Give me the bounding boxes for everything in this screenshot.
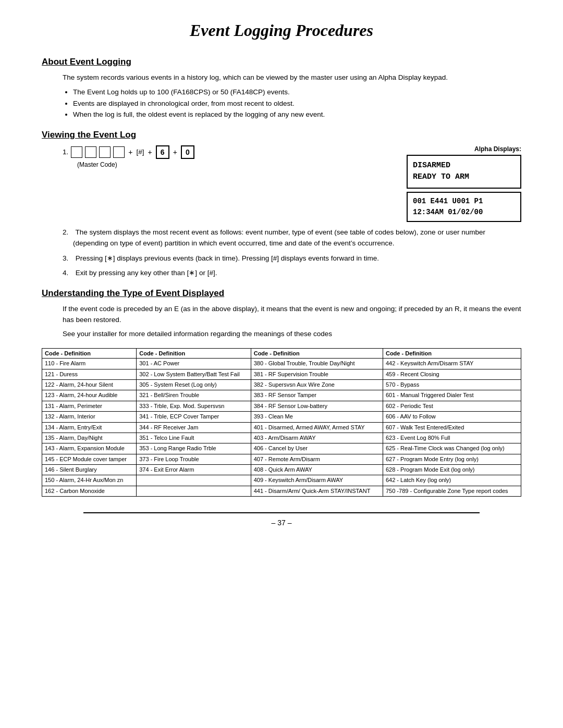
table-cell-7-2: 403 - Arm/Disarm AWAY [251, 433, 383, 443]
table-cell-9-3: 627 - Program Mode Entry (log only) [383, 454, 521, 464]
table-cell-3-2: 383 - RF Sensor Tamper [251, 390, 383, 401]
table-cell-8-3: 625 - Real-Time Clock was Changed (log o… [383, 443, 521, 454]
code-box-1 [71, 146, 82, 158]
code-box-4 [113, 146, 125, 158]
table-cell-2-2: 382 - Supersvsn Aux Wire Zone [251, 379, 383, 390]
table-row: 123 - Alarm, 24-hour Audible321 - Bell/S… [42, 390, 521, 401]
hash-key: [#] [136, 148, 144, 156]
master-code-label: (Master Code) [77, 161, 396, 168]
display2-line1: 001 E441 U001 P1 [413, 196, 515, 207]
table-cell-5-0: 132 - Alarm, Interior [42, 412, 137, 422]
table-row: 122 - Alarm, 24-hour Silent305 - System … [42, 379, 521, 390]
table-cell-5-3: 606 - AAV to Follow [383, 412, 521, 422]
table-cell-0-3: 442 - Keyswitch Arm/Disarm STAY [383, 359, 521, 369]
about-intro: The system records various events in a h… [63, 72, 521, 83]
table-cell-10-3: 628 - Program Mode Exit (log only) [383, 465, 521, 475]
display1-line1: DISARMED [413, 160, 515, 172]
page-container: Event Logging Procedures About Event Log… [0, 0, 563, 728]
table-row: 131 - Alarm, Perimeter333 - Trble, Exp. … [42, 401, 521, 411]
about-bullets: The Event Log holds up to 100 (FA168CPS)… [73, 87, 521, 120]
understanding-heading: Understanding the Type of Event Displaye… [42, 288, 521, 299]
col-header-2: Code - Definition [137, 349, 251, 359]
step1-number: 1. [63, 148, 68, 156]
step1-keypad-row: 1. + [#] + 6 + 0 [63, 145, 396, 159]
step4-text: 4. Exit by pressing any key other than [… [63, 268, 521, 279]
table-cell-1-1: 302 - Low System Battery/Batt Test Fail [137, 369, 251, 379]
code-box-3 [99, 146, 111, 158]
table-cell-1-0: 121 - Duress [42, 369, 137, 379]
table-row: 143 - Alarm, Expansion Module353 - Long … [42, 443, 521, 454]
display-box-1: DISARMED READY TO ARM [407, 155, 521, 189]
table-cell-1-3: 459 - Recent Closing [383, 369, 521, 379]
table-cell-2-1: 305 - System Reset (Log only) [137, 379, 251, 390]
bullet-3: When the log is full, the oldest event i… [73, 109, 521, 120]
table-cell-10-0: 146 - Silent Burglary [42, 465, 137, 475]
table-cell-3-3: 601 - Manual Triggered Dialer Test [383, 390, 521, 401]
table-cell-2-0: 122 - Alarm, 24-hour Silent [42, 379, 137, 390]
table-row: 145 - ECP Module cover tamper373 - Fire … [42, 454, 521, 464]
understanding-para2: See your installer for more detailed inf… [63, 329, 521, 340]
table-cell-6-0: 134 - Alarm, Entry/Exit [42, 422, 137, 433]
table-cell-12-2: 441 - Disarm/Arm/ Quick-Arm STAY/INSTANT [251, 486, 383, 496]
table-cell-12-1 [137, 486, 251, 496]
table-row: 162 - Carbon Monoxide441 - Disarm/Arm/ Q… [42, 486, 521, 496]
display1-line2: READY TO ARM [413, 171, 515, 183]
step1-left: 1. + [#] + 6 + 0 (Master Code) [63, 145, 396, 168]
table-cell-10-1: 374 - Exit Error Alarm [137, 465, 251, 475]
table-cell-4-1: 333 - Trble, Exp. Mod. Supersvsn [137, 401, 251, 411]
display-box-2: 001 E441 U001 P1 12:34AM 01/02/00 [407, 192, 521, 222]
table-cell-11-2: 409 - Keyswitch Arm/Disarm AWAY [251, 475, 383, 486]
table-cell-9-2: 407 - Remote Arm/Disarm [251, 454, 383, 464]
step1-layout: 1. + [#] + 6 + 0 (Master Code) Alpha Dis… [63, 145, 521, 222]
code-table-container: Code - Definition Code - Definition Code… [42, 348, 521, 497]
table-cell-4-2: 384 - RF Sensor Low-battery [251, 401, 383, 411]
alpha-displays-label: Alpha Displays: [407, 145, 521, 153]
table-cell-10-2: 408 - Quick Arm AWAY [251, 465, 383, 475]
footer-rule [83, 512, 480, 513]
table-row: 110 - Fire Alarm301 - AC Power380 - Glob… [42, 359, 521, 369]
table-cell-2-3: 570 - Bypass [383, 379, 521, 390]
table-row: 134 - Alarm, Entry/Exit344 - RF Receiver… [42, 422, 521, 433]
understanding-para1: If the event code is preceded by an E (a… [63, 304, 521, 326]
table-cell-7-1: 351 - Telco Line Fault [137, 433, 251, 443]
table-cell-6-3: 607 - Walk Test Entered/Exited [383, 422, 521, 433]
about-section: About Event Logging The system records v… [42, 57, 521, 120]
table-cell-8-2: 406 - Cancel by User [251, 443, 383, 454]
table-cell-6-1: 344 - RF Receiver Jam [137, 422, 251, 433]
plus-2: + [148, 148, 152, 156]
table-cell-8-1: 353 - Long Range Radio Trble [137, 443, 251, 454]
page-number: – 37 – [42, 519, 521, 527]
table-cell-12-0: 162 - Carbon Monoxide [42, 486, 137, 496]
key-0: 0 [181, 145, 194, 159]
bullet-1: The Event Log holds up to 100 (FA168CPS)… [73, 87, 521, 98]
table-cell-1-2: 381 - RF Supervision Trouble [251, 369, 383, 379]
col-header-3: Code - Definition [251, 349, 383, 359]
table-cell-0-1: 301 - AC Power [137, 359, 251, 369]
table-cell-12-3: 750 -789 - Configurable Zone Type report… [383, 486, 521, 496]
step3-text: 3. Pressing [∗] displays previous events… [63, 253, 521, 264]
col-header-1: Code - Definition [42, 349, 137, 359]
table-row: 132 - Alarm, Interior341 - Trble, ECP Co… [42, 412, 521, 422]
table-cell-4-0: 131 - Alarm, Perimeter [42, 401, 137, 411]
steps-container: 2. The system displays the most recent e… [63, 227, 521, 279]
table-cell-9-0: 145 - ECP Module cover tamper [42, 454, 137, 464]
key-6: 6 [156, 145, 169, 159]
plus-3: + [173, 148, 177, 156]
table-cell-5-1: 341 - Trble, ECP Cover Tamper [137, 412, 251, 422]
table-cell-8-0: 143 - Alarm, Expansion Module [42, 443, 137, 454]
table-cell-11-0: 150 - Alarm, 24-Hr Aux/Mon zn [42, 475, 137, 486]
page-title: Event Logging Procedures [42, 21, 521, 42]
step1-right: Alpha Displays: DISARMED READY TO ARM 00… [407, 145, 521, 222]
table-cell-4-3: 602 - Periodic Test [383, 401, 521, 411]
table-row: 121 - Duress302 - Low System Battery/Bat… [42, 369, 521, 379]
about-heading: About Event Logging [42, 57, 521, 67]
table-cell-6-2: 401 - Disarmed, Armed AWAY, Armed STAY [251, 422, 383, 433]
table-cell-0-2: 380 - Global Trouble, Trouble Day/Night [251, 359, 383, 369]
understanding-section: Understanding the Type of Event Displaye… [42, 288, 521, 497]
viewing-section: Viewing the Event Log 1. + [#] + 6 + 0 [42, 130, 521, 279]
table-cell-7-0: 135 - Alarm, Day/Night [42, 433, 137, 443]
table-cell-0-0: 110 - Fire Alarm [42, 359, 137, 369]
code-box-2 [85, 146, 96, 158]
viewing-heading: Viewing the Event Log [42, 130, 521, 140]
table-cell-9-1: 373 - Fire Loop Trouble [137, 454, 251, 464]
